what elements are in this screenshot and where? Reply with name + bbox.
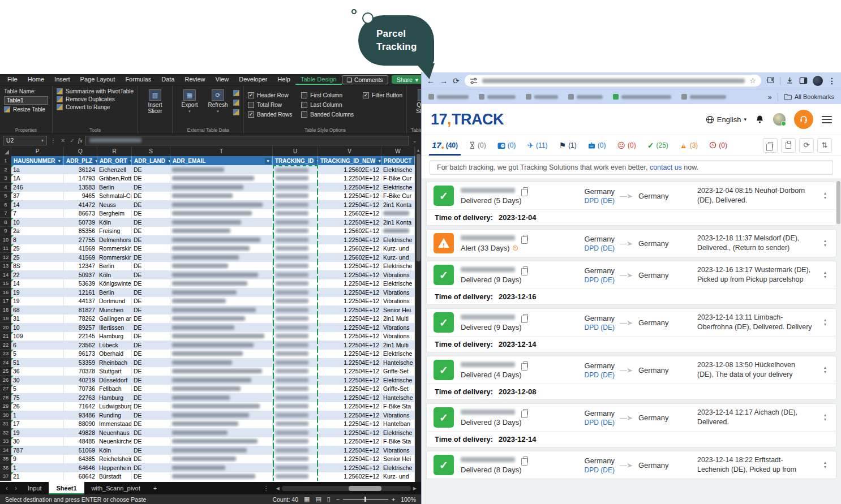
row-number[interactable]: 30 [0,411,11,420]
copy-icon[interactable] [523,235,528,241]
filter-tab-expired[interactable]: (0) [703,135,733,155]
scroll-up-icon[interactable]: ▲ [417,147,420,154]
excel-vertical-scrollbar[interactable]: ▲ [415,147,421,482]
style-option-last-column[interactable]: Last Column [301,100,354,110]
carrier-link[interactable]: DPD (DE) [585,324,615,331]
page-layout-view-icon[interactable]: ▤ [315,496,321,503]
expand-card-control[interactable]: ▲▼ [821,365,829,375]
row-number[interactable]: 32 [0,428,11,437]
downloads-icon[interactable] [786,76,794,85]
tracking-card[interactable]: ✓Delivered (9 Days)GermanyDPD (DE)German… [426,308,836,352]
all-bookmarks-button[interactable]: All Bookmarks [784,93,834,100]
zoom-slider-thumb[interactable] [364,497,366,502]
row-number[interactable]: 33 [0,437,11,446]
horizontal-scrollbar[interactable] [282,486,411,491]
row-number[interactable]: 17 [0,297,11,306]
style-option-total-row[interactable]: Total Row [248,100,292,110]
copy-icon[interactable] [523,361,528,368]
insert-function-icon[interactable]: fx [78,137,83,144]
column-header-U[interactable]: U [273,147,318,156]
expand-card-control[interactable]: ▲▼ [821,460,829,470]
paste-button[interactable] [781,138,796,153]
bookmark-star-icon[interactable]: ☆ [749,76,756,85]
sheet-next-icon[interactable]: › [11,484,20,492]
share-button[interactable]: Share ▾ [392,75,421,84]
column-header-S[interactable]: S [132,147,170,156]
vertical-scroll-thumb[interactable] [417,154,420,261]
carrier-link[interactable]: DPD (DE) [585,466,615,474]
row-number[interactable]: 34 [0,446,11,455]
checkbox-last-column[interactable] [301,102,307,108]
confirm-entry-icon[interactable]: ✓ [68,137,75,144]
browser-profile-avatar[interactable] [813,76,823,86]
select-all-corner[interactable] [0,147,11,156]
filter-button[interactable]: ▾ [166,158,170,164]
filter-tab-delivery-failed[interactable]: ☹ (0) [611,135,641,155]
menu-tab-view[interactable]: View [211,74,234,85]
row-number[interactable]: 9 [0,227,11,236]
sheet-tab-with-scann-pivot[interactable]: with_Scann_pivot [84,482,148,494]
unlink-icon[interactable] [233,109,239,115]
bookmark-item[interactable] [613,94,671,100]
row-number[interactable]: 10 [0,235,11,244]
zoom-slider[interactable] [343,499,388,500]
back-icon[interactable]: ← [427,77,435,85]
row-number[interactable]: 14 [0,270,11,279]
filter-button[interactable]: ▾ [265,158,271,164]
style-option-header-row[interactable]: ✓Header Row [248,91,292,100]
row-number[interactable]: 37 [0,472,11,481]
menu-tab-file[interactable]: File [2,74,23,85]
refresh-button[interactable]: ⟳ Refresh ▾ [205,88,231,126]
row-number[interactable]: 20 [0,323,11,332]
row-number[interactable]: 18 [0,305,11,315]
bookmark-item[interactable] [568,94,603,100]
copy-icon[interactable] [523,314,528,320]
formula-bar-expand-icon[interactable]: ⌄ [411,137,418,144]
checkbox-banded-columns[interactable] [301,111,307,118]
menu-tab-data[interactable]: Data [156,74,179,85]
menu-icon[interactable] [822,116,832,123]
row-number[interactable]: 35 [0,455,11,464]
open-in-browser-icon[interactable] [233,100,239,106]
row-number[interactable]: 21 [0,332,11,341]
page-break-view-icon[interactable]: ▯ [327,496,331,503]
zoom-in-icon[interactable]: + [392,496,395,503]
tracking-card[interactable]: !Alert (33 Days)GermanyDPD (DE)Germany20… [426,229,836,257]
tracking-card[interactable]: ✓Delivered (4 Days)GermanyDPD (DE)German… [426,356,836,400]
row-number[interactable]: 29 [0,402,11,411]
row-number[interactable]: 15 [0,279,11,288]
sheet-tab-input[interactable]: Input [20,482,49,494]
row-number[interactable]: 24 [0,358,11,367]
menu-tab-table-design[interactable]: Table Design [295,74,342,85]
expand-card-control[interactable]: ▲▼ [821,413,829,423]
filter-button[interactable]: ▾ [93,158,97,164]
filter-tab-pickup[interactable]: (0) [492,135,522,155]
row-number[interactable]: 7 [0,209,11,218]
expand-card-control[interactable]: ▲▼ [821,318,829,328]
formula-input[interactable] [85,136,409,145]
checkbox-header-row[interactable]: ✓ [248,92,254,98]
row-number[interactable]: 1 [0,156,11,165]
support-button[interactable] [794,110,813,129]
row-number[interactable]: 23 [0,350,11,359]
collapse-ribbon-icon[interactable]: ⌄ [414,127,418,133]
filter-tab-out-for-delivery[interactable]: (0) [582,135,612,155]
column-header-R[interactable]: R [97,147,132,156]
insert-slicer-button[interactable]: ▥ Insert Slicer [142,88,168,126]
tracking-card[interactable]: ✓Delivered (9 Days)GermanyDPD (DE)German… [426,261,836,305]
resize-table-button[interactable]: Resize Table [4,106,48,113]
side-panel-icon[interactable] [799,76,808,85]
tool-summarize-with-pivottable[interactable]: Summarize with PivotTable [57,88,134,94]
checkbox-banded-rows[interactable]: ✓ [248,111,254,118]
row-number[interactable]: 22 [0,341,11,350]
filter-tab-arrived[interactable]: ⚑ (1) [553,135,582,155]
carrier-link[interactable]: DPD (DE) [585,197,615,205]
menu-tab-developer[interactable]: Developer [234,74,272,85]
checkbox-total-row[interactable] [248,102,254,108]
site-settings-icon[interactable] [470,77,478,85]
column-header-W[interactable]: W [381,147,415,156]
row-number[interactable]: 36 [0,463,11,472]
style-option-first-column[interactable]: First Column [301,91,354,100]
tracking-card[interactable]: ✓Delivered (5 Days)GermanyDPD (DE)German… [426,182,836,226]
zoom-out-icon[interactable]: − [336,496,340,503]
